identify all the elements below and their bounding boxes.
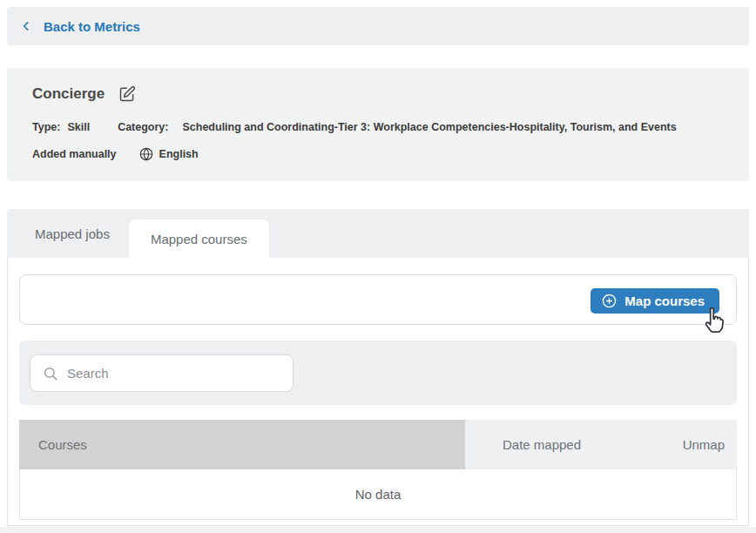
map-courses-label: Map courses [624,293,705,308]
type-value: Skill [67,121,90,133]
category-value: Scheduling and Coordinating-Tier 3: Work… [182,121,676,133]
skill-detail-page: Back to Metrics Concierge Type: Skill Ca… [0,0,756,533]
column-header-courses: Courses [19,420,465,469]
added-manually-label: Added manually [32,148,117,160]
chevron-left-icon [20,20,32,32]
tab-mapped-jobs[interactable]: Mapped jobs [16,209,129,258]
table-header-row: Courses Date mapped Unmap [19,420,737,469]
edit-skill-icon[interactable] [118,85,136,103]
type-label: Type: [32,121,60,133]
back-to-metrics-link[interactable]: Back to Metrics [7,7,749,45]
skill-title: Concierge [32,85,105,103]
tab-mapped-courses[interactable]: Mapped courses [129,219,269,258]
mapped-courses-table: Courses Date mapped Unmap No data [19,420,737,520]
back-link-label: Back to Metrics [44,19,140,34]
column-header-date-mapped: Date mapped [465,420,618,469]
globe-icon [139,147,153,161]
search-icon [43,366,58,381]
search-box [30,354,294,392]
language-value: English [159,148,199,160]
tab-strip: Mapped jobs Mapped courses [7,209,749,258]
search-panel [19,341,737,405]
search-input[interactable] [67,366,282,381]
mapped-courses-panel: Map courses Courses Date mapped Unm [7,258,749,526]
page-bottom-strip [0,527,756,533]
plus-circle-icon [602,293,617,308]
skill-header-card: Concierge Type: Skill Category: Scheduli… [7,68,749,181]
courses-toolbar: Map courses [19,274,737,325]
category-label: Category: [118,121,168,133]
column-header-unmap: Unmap [618,420,737,469]
table-empty-state: No data [19,469,737,520]
map-courses-button[interactable]: Map courses [591,288,719,314]
